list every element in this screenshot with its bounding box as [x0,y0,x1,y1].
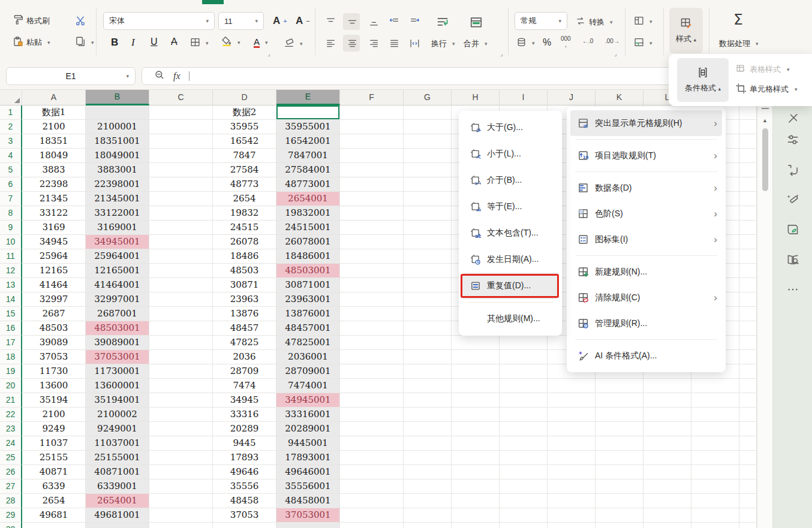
cell-E2[interactable]: 35955001 [276,120,340,134]
cell-C22[interactable] [149,408,213,422]
cell-H25[interactable] [452,451,500,465]
cell-B3[interactable]: 18351001 [86,134,149,149]
percent-button[interactable]: % [541,36,553,49]
cell-M24[interactable] [691,436,739,451]
column-header-G[interactable]: G [404,90,452,105]
cell-I26[interactable] [500,465,548,479]
cell-C26[interactable] [149,465,213,479]
cell-D22[interactable]: 33316 [213,408,276,422]
align-distribute-button[interactable] [408,37,422,52]
cell-I28[interactable] [500,494,548,508]
cell-N9[interactable] [739,221,757,235]
cell-D8[interactable]: 19832 [213,206,276,221]
cell-H26[interactable] [452,465,500,479]
cell-J28[interactable] [548,494,596,508]
cell-N3[interactable] [739,134,757,149]
column-header-F[interactable]: F [340,90,404,105]
cell-G15[interactable] [404,307,452,321]
cell-G2[interactable] [404,120,452,134]
row-header-21[interactable]: 21 [0,393,22,408]
increase-indent-button[interactable] [408,16,422,30]
cell-G20[interactable] [404,379,452,393]
cell-D16[interactable]: 48457 [213,321,276,336]
cell-E16[interactable]: 48457001 [276,321,340,336]
cell-N26[interactable] [739,465,757,479]
cell-G7[interactable] [404,192,452,206]
cell-E10[interactable]: 26078001 [276,235,340,249]
row-header-7[interactable]: 7 [0,192,22,206]
cell-L20[interactable] [643,379,691,393]
merge-cells-icon-button[interactable] [468,14,485,32]
cell-E28[interactable]: 48458001 [276,494,340,508]
cell-A4[interactable]: 18049 [22,149,86,163]
cell-L24[interactable] [643,436,691,451]
cell-N21[interactable] [739,393,757,408]
cell-F18[interactable] [340,350,404,364]
cell-G26[interactable] [404,465,452,479]
cell-D24[interactable]: 9445 [213,436,276,451]
cell-M20[interactable] [691,379,739,393]
menu-item[interactable]: 数据条(D)› [570,175,722,201]
cell-D28[interactable]: 48458 [213,494,276,508]
cell-C1[interactable] [149,105,213,120]
cell-G18[interactable] [404,350,452,364]
cell-J23[interactable] [548,422,596,436]
cell-J27[interactable] [548,479,596,494]
data-process-button[interactable]: 数据处理▾ [717,37,760,50]
cell-D5[interactable]: 27584 [213,163,276,177]
font-size-select[interactable]: 11▾ [218,12,264,30]
menu-item[interactable]: 新建规则(N)... [570,259,722,285]
style-button[interactable]: 样式 ▴ [669,8,703,53]
eco-notebook-icon[interactable] [786,223,799,236]
cell-K28[interactable] [596,494,643,508]
cell-C21[interactable] [149,393,213,408]
cell-D9[interactable]: 24515 [213,221,276,235]
cell-M28[interactable] [691,494,739,508]
cell-D2[interactable]: 35955 [213,120,276,134]
cell-C17[interactable] [149,336,213,350]
row-header-18[interactable]: 18 [0,350,22,364]
cell-A17[interactable]: 39089 [22,336,86,350]
column-header-E[interactable]: E [276,90,340,105]
cell-G1[interactable] [404,105,452,120]
cell-A9[interactable]: 3169 [22,221,86,235]
cell-D13[interactable]: 30871 [213,278,276,292]
scroll-up-arrow-icon[interactable]: ▲ [762,117,768,123]
menu-item[interactable]: ab文本包含(T)... [462,220,558,246]
align-middle-button[interactable] [345,16,359,30]
cut-button[interactable] [73,14,88,29]
cell-A22[interactable]: 2100 [22,408,86,422]
cell-D12[interactable]: 48503 [213,264,276,278]
cell-A18[interactable]: 37053 [22,350,86,364]
cell-J20[interactable] [548,379,596,393]
cell-C10[interactable] [149,235,213,249]
cell-M29[interactable] [691,508,739,523]
cell-I24[interactable] [500,436,548,451]
decrease-decimal-button[interactable]: ←.0 [581,37,595,46]
align-right-button[interactable] [367,37,381,52]
cell-H24[interactable] [452,436,500,451]
split-handle[interactable] [762,108,769,109]
cell-E14[interactable]: 23963001 [276,292,340,307]
cell-N30[interactable] [739,523,757,528]
cell-F5[interactable] [340,163,404,177]
menu-item[interactable]: >大于(G)... [462,114,558,141]
cell-H23[interactable] [452,422,500,436]
cell-G14[interactable] [404,292,452,307]
cell-E7[interactable]: 2654001 [276,192,340,206]
cell-C2[interactable] [149,120,213,134]
column-header-B[interactable]: B [86,90,149,105]
cell-B27[interactable]: 6339001 [86,479,149,494]
cell-F12[interactable] [340,264,404,278]
cell-K20[interactable] [596,379,643,393]
cell-I25[interactable] [500,451,548,465]
cell-A29[interactable]: 49681 [22,508,86,523]
cell-C12[interactable] [149,264,213,278]
cell-F3[interactable] [340,134,404,149]
cell-F11[interactable] [340,249,404,264]
cell-K26[interactable] [596,465,643,479]
wrap-text-icon-button[interactable] [434,14,451,32]
cell-D20[interactable]: 7474 [213,379,276,393]
cell-A23[interactable]: 9249 [22,422,86,436]
row-header-9[interactable]: 9 [0,221,22,235]
